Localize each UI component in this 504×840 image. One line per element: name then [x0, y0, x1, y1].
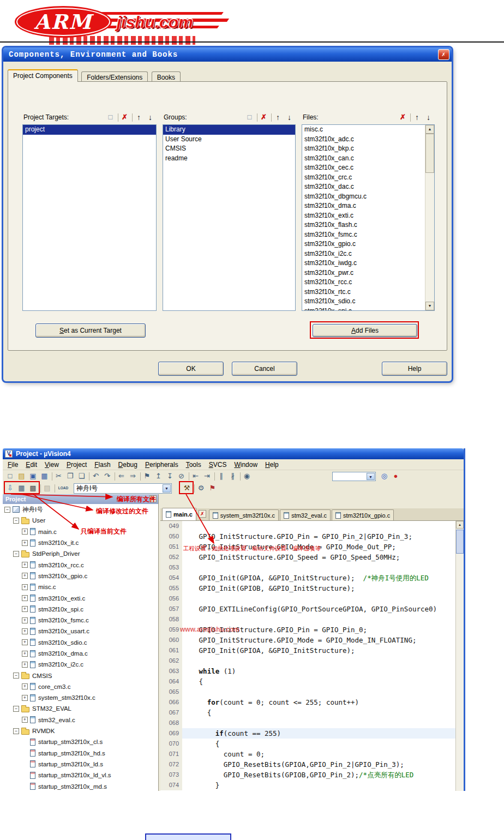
tree-item[interactable]: +stm32f10x_gpio.c — [3, 571, 158, 581]
chevron-down-icon[interactable] — [367, 473, 375, 480]
tree-item[interactable]: +stm32f10x_it.c — [3, 537, 158, 548]
window-titlebar[interactable]: V Project - µVision4 — [3, 448, 464, 459]
paste-icon[interactable]: ❏ — [76, 471, 87, 481]
tree-item[interactable]: startup_stm32f10x_ld.s — [3, 759, 158, 770]
tree-item[interactable]: +stm32f10x_exti.c — [3, 592, 158, 603]
files-scrollbar[interactable] — [425, 125, 434, 310]
tree-item[interactable]: startup_stm32f10x_md.s — [3, 781, 158, 791]
menu-debug[interactable]: Debug — [115, 460, 141, 470]
breakpoint-icon[interactable]: ● — [391, 471, 401, 481]
project-targets-list[interactable]: project — [22, 124, 157, 311]
move-up-icon[interactable]: ↑ — [412, 112, 422, 122]
tree-item[interactable]: −STM32_EVAL — [3, 703, 158, 714]
open-folder-icon[interactable]: ▤ — [16, 471, 27, 481]
cut-icon[interactable]: ✂ — [53, 471, 64, 481]
menu-project[interactable]: Project — [63, 460, 91, 470]
tree-item[interactable]: −User — [3, 515, 158, 526]
options-target-icon[interactable]: ⚒ — [182, 483, 192, 493]
undo-icon[interactable]: ↶ — [91, 471, 101, 481]
flag-icon[interactable]: ⚑ — [207, 483, 218, 493]
bookmark-icon[interactable]: ⚑ — [142, 471, 152, 481]
list-item[interactable]: CMSIS — [163, 144, 295, 154]
menu-file[interactable]: File — [4, 460, 22, 470]
insert-icon[interactable]: □ — [105, 112, 116, 122]
tree-item[interactable]: +stm32f10x_usart.c — [3, 626, 158, 637]
indent-more-icon[interactable]: ⇥ — [202, 471, 212, 481]
code-editor[interactable]: 049050 GPIO_InitStructure.GPIO_Pin = GPI… — [160, 521, 455, 791]
list-item[interactable]: stm32f10x_sdio.c — [302, 297, 434, 307]
menu-peripherals[interactable]: Peripherals — [141, 460, 182, 470]
list-item[interactable]: stm32f10x_dac.c — [302, 182, 434, 192]
menu-tools[interactable]: Tools — [182, 460, 205, 470]
files-list[interactable]: misc.cstm32f10x_adc.cstm32f10x_bkp.cstm3… — [302, 124, 435, 311]
build-icon[interactable]: ▦ — [16, 483, 27, 493]
scroll-up-icon[interactable] — [425, 125, 434, 134]
scrollbar-thumb[interactable] — [456, 530, 464, 554]
list-item[interactable]: stm32f10x_bkp.c — [302, 144, 434, 154]
tree-item[interactable]: +stm32f10x_i2c.c — [3, 659, 158, 670]
tree-item[interactable]: +misc.c — [3, 581, 158, 592]
list-item[interactable]: misc.c — [302, 125, 434, 135]
list-item[interactable]: readme — [163, 154, 295, 164]
list-item[interactable]: Library — [163, 125, 295, 135]
list-item[interactable]: stm32f10x_fsmc.c — [302, 230, 434, 240]
list-item[interactable]: stm32f10x_adc.c — [302, 135, 434, 145]
tree-item[interactable]: startup_stm32f10x_hd.s — [3, 748, 158, 759]
chevron-down-icon[interactable] — [163, 484, 171, 493]
find-combo[interactable] — [332, 472, 376, 481]
list-item[interactable]: stm32f10x_crc.c — [302, 173, 434, 183]
bookmark-clear-icon[interactable]: ⊘ — [176, 471, 187, 481]
list-item[interactable]: stm32f10x_gpio.c — [302, 239, 434, 249]
list-item[interactable]: stm32f10x_rcc.c — [302, 278, 434, 287]
copy-icon[interactable]: ❐ — [65, 471, 75, 481]
save-icon[interactable]: ▣ — [28, 471, 38, 481]
tree-item[interactable]: −RVMDK — [3, 725, 158, 736]
add-files-button[interactable]: Add Files — [313, 324, 417, 337]
back-icon[interactable]: ⇐ — [116, 471, 127, 481]
tab-folders-extensions[interactable]: Folders/Extensions — [81, 71, 148, 82]
list-item[interactable]: User Source — [163, 135, 295, 145]
menu-view[interactable]: View — [41, 460, 63, 470]
cancel-button[interactable]: Cancel — [232, 362, 297, 376]
bookmark-prev-icon[interactable]: ↥ — [153, 471, 164, 481]
rebuild-icon[interactable]: ▩ — [28, 483, 38, 493]
ok-button[interactable]: OK — [158, 362, 224, 376]
find-in-files-icon[interactable]: ◉ — [242, 471, 252, 481]
manage-icon[interactable]: ⚙ — [196, 483, 206, 493]
insert-icon[interactable]: □ — [244, 112, 255, 122]
menu-flash[interactable]: Flash — [91, 460, 114, 470]
batch-build-icon[interactable]: ▤ — [42, 483, 52, 493]
tree-item[interactable]: +stm32_eval.c — [3, 715, 158, 725]
tree-item[interactable]: +stm32f10x_spi.c — [3, 604, 158, 615]
list-item[interactable]: stm32f10x_can.c — [302, 154, 434, 164]
tree-item[interactable]: +stm32f10x_sdio.c — [3, 637, 158, 648]
delete-icon[interactable]: ✗ — [119, 112, 130, 122]
list-item[interactable]: stm32f10x_pwr.c — [302, 268, 434, 278]
list-item[interactable]: stm32f10x_cec.c — [302, 163, 434, 173]
list-item[interactable]: stm32f10x_dma.c — [302, 201, 434, 211]
tree-item[interactable]: +stm32f10x_rcc.c — [3, 559, 158, 570]
help-button[interactable]: Help — [382, 362, 447, 376]
delete-icon[interactable]: ✗ — [398, 112, 408, 122]
list-item[interactable]: stm32f10x_exti.c — [302, 211, 434, 221]
tree-item[interactable]: +system_stm32f10x.c — [3, 692, 158, 703]
list-item[interactable]: stm32f10x_iwdg.c — [302, 259, 434, 268]
footer-link-cut[interactable] — [145, 833, 231, 840]
move-up-icon[interactable]: ↑ — [134, 112, 144, 122]
move-up-icon[interactable]: ↑ — [273, 112, 283, 122]
redo-icon[interactable]: ↷ — [102, 471, 112, 481]
find-icon[interactable]: ◎ — [379, 471, 389, 481]
save-all-icon[interactable]: ▦ — [39, 471, 50, 481]
load-icon[interactable]: LOAD — [56, 483, 70, 493]
tree-item[interactable]: −StdPeriph_Driver — [3, 548, 158, 559]
editor-scrollbar[interactable] — [455, 521, 464, 791]
editor-tab[interactable]: system_stm32f10x.c — [209, 509, 279, 520]
set-as-current-target-button[interactable]: Set as Current Target — [35, 323, 146, 338]
move-down-icon[interactable]: ↓ — [284, 112, 295, 122]
bookmark-next-icon[interactable]: ↧ — [165, 471, 175, 481]
tab-project-components[interactable]: Project Components — [8, 69, 78, 82]
comment-icon[interactable]: ∥ — [216, 471, 226, 481]
delete-icon[interactable]: ✗ — [259, 112, 269, 122]
scroll-down-icon[interactable] — [425, 302, 434, 310]
tab-books[interactable]: Books — [152, 71, 181, 82]
